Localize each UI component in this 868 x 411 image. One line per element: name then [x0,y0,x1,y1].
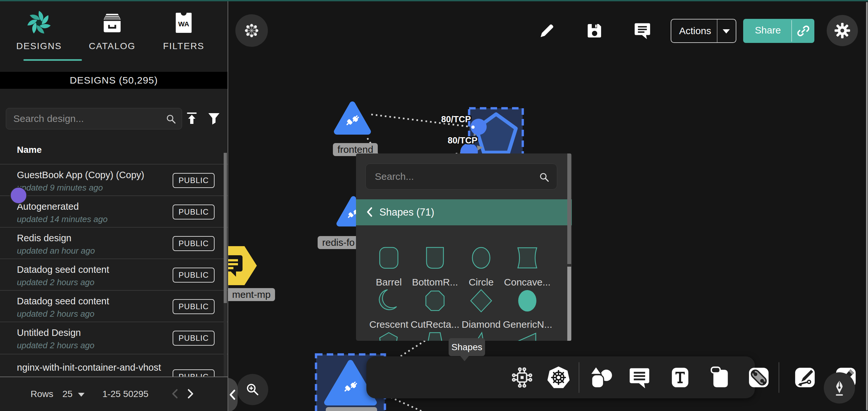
design-name: nginx-with-init-container-and-vhost [17,362,161,373]
sidebar-title: DESIGNS (50,295) [0,72,227,89]
sidebar-scrollbar-thumb[interactable] [224,153,227,303]
active-tab-underline [23,59,82,61]
share-link-icon[interactable] [796,23,811,38]
edge-label: 80/TCP [441,114,471,124]
svg-text:WA: WA [178,20,189,28]
design-pen-button[interactable] [824,372,855,404]
dock-shapes-button[interactable] [588,363,614,392]
rows-per-page-label: Rows [31,389,53,399]
rows-per-page-caret-icon[interactable] [78,393,85,397]
visibility-badge: PUBLIC [173,299,215,314]
dock-comment-button[interactable] [626,363,652,392]
shapes-category-header[interactable]: Shapes (71) [356,199,572,225]
dock-kubernetes-button[interactable] [546,363,571,392]
edit-pencil-icon[interactable] [537,21,557,40]
dock-text-button[interactable] [667,363,693,392]
tooltip-text: Shapes [452,342,483,352]
design-name: Untitled Design [17,327,81,338]
prev-page-icon[interactable] [169,388,181,400]
endpoint-dot-icon [471,125,475,129]
collapse-sidebar-button[interactable] [227,378,238,411]
design-row[interactable]: GuestBook App (Copy) (Copy) updated 9 mi… [0,164,227,196]
shape-bottomround-icon[interactable] [421,244,448,271]
page-scrollbar[interactable] [866,2,868,410]
shape-cutrectangle-icon[interactable] [421,287,448,315]
shape-clipped-icon[interactable] [514,330,541,341]
grid-scrollbar-thumb[interactable] [567,267,571,341]
tab-designs[interactable]: DESIGNS [13,9,65,61]
sidebar-tabstrip: DESIGNS CATALOG WA FILTERS [0,0,227,72]
design-list: GuestBook App (Copy) (Copy) updated 9 mi… [0,164,227,377]
design-updated: updated 9 minutes ago [17,183,103,193]
design-name: Datadog seed content [17,296,109,306]
design-row[interactable]: Redis design updated an hour ago PUBLIC [0,227,227,259]
node-frontend-triangle[interactable] [332,98,373,140]
design-canvas[interactable]: frontend redis-fo ment-mp 80/TCP 80/ [227,0,868,411]
design-row[interactable]: nginx-with-init-container-and-vhost PUBL… [0,354,227,377]
edge-bottom-node-down[interactable] [391,397,427,411]
actions-caret-icon[interactable] [723,29,730,33]
design-updated: updated 2 hours ago [17,341,95,351]
import-design-icon[interactable] [184,111,199,126]
mesh-network-icon [243,22,260,39]
comment-icon [627,365,652,390]
dock-note-button[interactable] [707,363,733,392]
design-row[interactable]: Datadog seed content updated 2 hours ago… [0,290,227,322]
design-row[interactable]: Untitled Design updated 2 hours ago PUBL… [0,322,227,354]
zoom-in-button[interactable] [237,374,268,405]
visibility-badge: PUBLIC [173,331,215,346]
visibility-badge: PUBLIC [173,370,215,377]
shape-label: CutRecta... [411,319,459,330]
shape-genericnode-icon[interactable] [514,287,541,315]
filter-funnel-icon[interactable] [206,111,222,126]
actions-button[interactable]: Actions [671,19,736,43]
node-label-redis: redis-fo [318,236,359,249]
shape-label: Barrel [365,277,413,288]
shape-clipped-icon[interactable] [375,330,402,341]
catalog-archive-icon [99,9,125,36]
design-updated: updated 14 minutes ago [17,214,107,224]
column-header-name: Name [17,145,41,155]
component-chip-icon [510,365,534,389]
design-row[interactable]: Datadog seed content updated 2 hours ago… [0,259,227,290]
dock-link-button[interactable] [746,363,772,392]
settings-button[interactable] [827,15,858,46]
back-chevron-icon[interactable] [364,206,376,218]
shape-circle-icon[interactable] [467,244,495,271]
tab-catalog[interactable]: CATALOG [86,9,138,61]
design-row[interactable]: Autogenerated updated 14 minutes ago PUB… [0,196,227,227]
comment-icon[interactable] [632,21,652,40]
share-button[interactable]: Share [743,19,814,43]
chain-link-icon [746,365,771,390]
shape-barrel-icon[interactable] [375,244,402,271]
shapes-tooltip: Shapes [448,338,485,356]
next-page-icon[interactable] [184,388,196,400]
design-search-input[interactable] [13,108,166,129]
pagination-range: 1-25 50295 [102,389,149,399]
design-name: GuestBook App (Copy) (Copy) [17,170,144,180]
shape-crescent-icon[interactable] [375,287,402,315]
top-accent-line [0,0,868,1]
visualize-mode-button[interactable] [236,14,268,47]
tab-filters[interactable]: WA FILTERS [158,9,210,61]
dock-components-button[interactable] [509,363,535,392]
panel-scrollbar-thumb[interactable] [567,153,571,264]
shape-label: Concave... [503,277,552,288]
gear-icon [834,22,851,39]
rows-per-page-select[interactable]: 25 [62,389,72,399]
design-updated: updated 2 hours ago [17,309,95,319]
card-note-icon [708,365,733,390]
shape-concave-icon[interactable] [514,244,541,271]
designs-sidebar: DESIGNS CATALOG WA FILTERS DESIGNS (50,2… [0,0,227,411]
shape-label: Crescent [365,319,413,330]
shape-clipped-icon[interactable] [421,330,448,341]
pen-nib-icon [831,379,848,397]
shapes-search-input[interactable] [375,164,537,189]
save-icon[interactable] [585,21,604,40]
shapes-panel: Shapes (71) Barrel BottomR... Circle Con… [356,153,572,341]
dock-pen-tool-button[interactable] [792,363,818,392]
shape-diamond-icon[interactable] [467,287,495,315]
node-comment-arrow[interactable] [227,245,257,287]
design-name: Datadog seed content [17,264,109,275]
pagination-bar: Rows 25 1-25 50295 [0,377,227,411]
